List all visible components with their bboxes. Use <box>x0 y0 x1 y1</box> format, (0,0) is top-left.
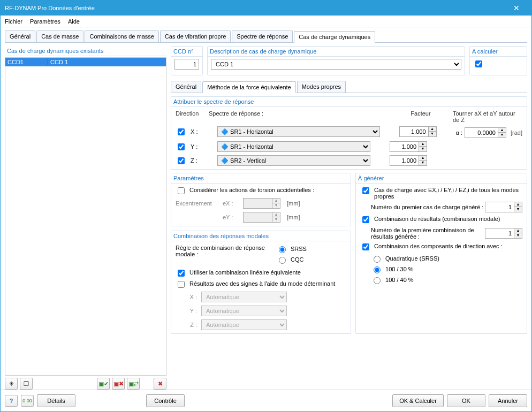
help-icon[interactable]: ? <box>5 395 18 407</box>
heading-rotate: Tourner aX et aY autour de Z <box>442 110 522 123</box>
params-title: Paramètres <box>171 173 351 184</box>
menu-file[interactable]: Fichier <box>5 18 22 25</box>
gen-lc-checkbox-row[interactable]: Cas de charge avec EX,i / EY,i / EZ,i de… <box>360 187 522 200</box>
ecc-label: Excentrement <box>176 200 218 207</box>
torsion-checkbox[interactable] <box>178 187 185 194</box>
signed-x-select: Automatique <box>201 292 287 302</box>
spectrum-x-select[interactable]: 🔷 SR1 - Horizontal <box>217 126 380 137</box>
tab-mass-cases[interactable]: Cas de masse <box>36 30 83 42</box>
units-icon[interactable]: 0.00 <box>21 395 34 407</box>
copy-icon[interactable]: ❐ <box>20 378 33 390</box>
tab-spectrum[interactable]: Spectre de réponse <box>232 30 293 42</box>
alpha-input[interactable]: ▲▼ <box>465 127 506 138</box>
footer: ? 0.00 Détails Contrôle OK & Calculer OK… <box>1 390 531 411</box>
ey-unit: [mm] <box>287 214 300 220</box>
radio-10030[interactable] <box>374 266 381 273</box>
titlebar: RF-DYNAM Pro Données d'entrée ✕ <box>1 1 531 16</box>
ex-label: eX : <box>223 200 239 207</box>
gen-lc-label: Cas de charge avec EX,i / EY,i / EZ,i de… <box>374 187 522 200</box>
modal-title: Combinaison des réponses modales <box>171 231 351 241</box>
spectrum-y-select[interactable]: 🔷 SR1 - Horizontal <box>217 141 370 152</box>
signed-checkbox[interactable] <box>178 281 185 288</box>
equiv-checkbox[interactable] <box>178 270 185 277</box>
tab-mass-combos[interactable]: Combinaisons de masse <box>85 30 158 42</box>
ccd-no-input[interactable] <box>174 59 199 70</box>
dir-z-checkbox[interactable] <box>178 157 185 164</box>
ccd-desc-label: Description de cas de charge dynamique <box>208 47 465 57</box>
ccd-no-label: CCD n° <box>171 47 202 57</box>
list-item-name: CCD 1 <box>48 59 70 65</box>
details-button[interactable]: Détails <box>37 394 75 407</box>
main-tabs: Général Cas de masse Combinaisons de mas… <box>5 30 527 43</box>
existing-cases-list[interactable]: CCD1 CCD 1 <box>5 57 166 376</box>
signed-z-select: Automatique <box>201 319 287 330</box>
radio-10040[interactable] <box>374 277 381 284</box>
delete-icon[interactable]: ✖ <box>154 378 166 390</box>
ex-unit: [mm] <box>287 200 300 207</box>
tab-general[interactable]: Général <box>5 30 35 42</box>
signed-checkbox-row[interactable]: Résultats avec des signes à l'aide du mo… <box>176 280 346 289</box>
ok-calc-button[interactable]: OK & Calculer <box>392 394 444 407</box>
heading-direction: Direction <box>176 110 209 123</box>
calc-checkbox[interactable] <box>475 60 482 67</box>
first-rc-label: Numéro de la première combinaison de rés… <box>371 227 485 240</box>
first-lc-input[interactable]: ▲▼ <box>485 202 522 212</box>
new-icon[interactable]: ✳ <box>5 378 18 390</box>
window-title: RF-DYNAM Pro Données d'entrée <box>5 5 95 11</box>
spectrum-z-select[interactable]: 🔷 SR2 - Vertical <box>217 155 370 166</box>
generate-title: À générer <box>356 173 527 184</box>
dir-x-label: X : <box>191 128 213 135</box>
factor-y-input[interactable]: ▲▼ <box>390 141 427 152</box>
heading-spectrum: Spectre de réponse : <box>209 110 399 123</box>
toggle-icon[interactable]: ▣⇄ <box>127 378 140 390</box>
cancel-button[interactable]: Annuler <box>489 394 527 407</box>
equiv-checkbox-row[interactable]: Utiliser la combinaison linéaire équival… <box>176 269 346 278</box>
dir-y-label: Y : <box>191 143 213 150</box>
factor-z-input[interactable]: ▲▼ <box>390 155 427 166</box>
torsion-checkbox-row[interactable]: Considérer les actions de torsion accide… <box>176 187 346 196</box>
radio-srss[interactable] <box>279 246 286 253</box>
uncheck-all-icon[interactable]: ▣✖ <box>112 378 125 390</box>
close-icon[interactable]: ✕ <box>506 4 527 12</box>
alpha-label: α : <box>456 129 462 136</box>
subtab-modes[interactable]: Modes propres <box>297 81 346 93</box>
signed-label: Résultats avec des signes à l'aide du mo… <box>189 280 335 287</box>
gen-dir-checkbox[interactable] <box>362 243 369 250</box>
calc-label: A calculer <box>470 47 527 57</box>
gen-dir-checkbox-row[interactable]: Combinaison des composants de direction … <box>360 243 522 252</box>
list-item-id: CCD1 <box>5 59 48 65</box>
ok-button[interactable]: OK <box>447 394 485 407</box>
gen-rc-checkbox-row[interactable]: Combinaison de résultats (combinaison mo… <box>360 216 522 225</box>
torsion-label: Considérer les actions de torsion accide… <box>189 187 314 193</box>
subtab-general[interactable]: Général <box>171 81 201 93</box>
existing-cases-title: Cas de charge dynamiques existants <box>5 46 166 56</box>
menu-help[interactable]: Aide <box>68 18 80 25</box>
assign-title: Attribuer le spectre de réponse <box>171 97 527 107</box>
check-all-icon[interactable]: ▣✔ <box>97 378 110 390</box>
signed-y-select: Automatique <box>201 306 287 316</box>
sub-tabs: Général Méthode de la force équivalente … <box>171 81 527 93</box>
gen-dir-label: Combinaison des composants de direction … <box>374 243 503 249</box>
gen-rc-checkbox[interactable] <box>362 216 369 223</box>
check-button[interactable]: Contrôle <box>146 394 185 407</box>
factor-x-input[interactable]: ▲▼ <box>399 126 437 137</box>
tab-eigen[interactable]: Cas de vibration propre <box>160 30 231 42</box>
tab-dyn-load[interactable]: Cas de charge dynamiques <box>294 31 375 43</box>
dir-y-checkbox[interactable] <box>178 143 185 150</box>
subtab-equiv[interactable]: Méthode de la force équivalente <box>202 81 296 93</box>
ccd-desc-select[interactable]: CCD 1 <box>211 59 461 70</box>
modal-rule-label: Règle de combinaison de réponse modale : <box>176 245 272 257</box>
alpha-unit: [rad] <box>511 129 522 136</box>
gen-lc-checkbox[interactable] <box>362 187 369 194</box>
equiv-label: Utiliser la combinaison linéaire équival… <box>189 269 301 276</box>
radio-cqc[interactable] <box>279 257 286 264</box>
first-rc-input[interactable]: ▲▼ <box>485 228 522 239</box>
dir-x-checkbox[interactable] <box>178 128 185 135</box>
menu-params[interactable]: Paramètres <box>30 18 60 25</box>
list-item[interactable]: CCD1 CCD 1 <box>5 58 166 66</box>
radio-quad[interactable] <box>374 256 381 263</box>
dir-z-label: Z : <box>191 157 213 164</box>
first-lc-label: Numéro du premier cas de charge généré : <box>371 204 483 210</box>
ey-input: ▲▼ <box>243 212 280 223</box>
ey-label: eY : <box>223 214 239 220</box>
